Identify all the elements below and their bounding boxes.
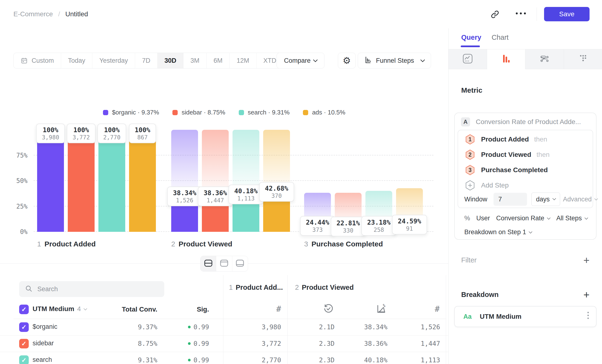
range-button-12m[interactable]: 12M bbox=[230, 53, 257, 68]
step-axis-label-2: 2Product Viewed bbox=[171, 240, 232, 248]
window-value-input[interactable] bbox=[494, 193, 527, 206]
table-step1-header[interactable]: 1Product Add... bbox=[229, 284, 283, 291]
total-conv-column-header[interactable]: Total Conv. bbox=[122, 306, 157, 313]
advanced-toggle[interactable]: Advanced bbox=[563, 196, 597, 203]
breadcrumb-divider: / bbox=[58, 10, 60, 18]
select-all-checkbox[interactable]: ✓ bbox=[19, 305, 29, 314]
more-options-button[interactable] bbox=[516, 12, 526, 14]
measure-metric-select[interactable]: Conversion Rate bbox=[496, 214, 550, 222]
funnel-bar[interactable] bbox=[37, 130, 64, 232]
insights-chart-tab[interactable] bbox=[449, 49, 487, 69]
funnel-bar[interactable] bbox=[304, 222, 331, 232]
metric-section-heading: Metric bbox=[461, 86, 482, 94]
legend-item-ads[interactable]: ads · 10.5% bbox=[303, 109, 345, 116]
chart-legend: $organic · 9.37%sidebar · 8.75%search · … bbox=[0, 109, 448, 116]
compare-button[interactable]: Compare bbox=[277, 53, 324, 68]
tab-chart[interactable]: Chart bbox=[492, 33, 509, 42]
funnel-step-axis-labels: 1Product Added2Product Viewed3Purchase C… bbox=[0, 240, 448, 249]
query-step-2[interactable]: 2Product Viewedthen bbox=[464, 149, 549, 161]
range-button-yesterday[interactable]: Yesterday bbox=[92, 53, 135, 68]
sig-value: 0.99 bbox=[188, 340, 209, 347]
funnel-steps-card: 1Product Addedthen2Product Viewedthen3Pu… bbox=[458, 130, 593, 208]
row-checkbox[interactable]: ✓ bbox=[19, 339, 29, 348]
row-checkbox[interactable]: ✓ bbox=[19, 355, 29, 364]
layout-chart-only-button[interactable] bbox=[216, 256, 232, 271]
range-button-today[interactable]: Today bbox=[61, 53, 92, 68]
step-number-hexagon-icon: 1 bbox=[464, 134, 476, 145]
row-checkbox[interactable]: ✓ bbox=[19, 322, 29, 332]
funnel-bar[interactable] bbox=[233, 191, 259, 232]
breakdown-column-header[interactable]: UTM Medium4 bbox=[32, 305, 87, 313]
table-row[interactable]: ✓$organic9.37%0.993,9802.1D38.34%1,526 bbox=[0, 319, 448, 335]
app-root: E-Commerce / Untitled Save CustomTodayYe… bbox=[0, 0, 602, 364]
funnel-ghost-bar bbox=[366, 191, 392, 223]
sig-value: 0.99 bbox=[188, 323, 209, 331]
table-search bbox=[19, 281, 164, 297]
copy-link-button[interactable] bbox=[490, 10, 500, 20]
step2-conv-value: 38.34% bbox=[364, 323, 387, 331]
step2-count-value: 1,113 bbox=[421, 356, 440, 364]
funnel-chart-tab[interactable] bbox=[487, 49, 526, 69]
breakdown-item-name: UTM Medium bbox=[480, 313, 522, 321]
layout-split-button[interactable] bbox=[200, 256, 216, 271]
range-button-3m[interactable]: 3M bbox=[183, 53, 207, 68]
add-filter-button[interactable]: + bbox=[583, 257, 590, 264]
y-axis-tick-label: 25% bbox=[7, 203, 28, 210]
y-axis-tick-label: 0% bbox=[7, 228, 28, 236]
layout-table-only-button[interactable] bbox=[232, 256, 248, 271]
funnel-bar[interactable] bbox=[396, 221, 423, 232]
breakdown-on-step-select[interactable]: Breakdown on Step 1 bbox=[464, 228, 532, 236]
chart-type-selector[interactable]: Funnel Steps bbox=[358, 53, 431, 68]
funnel-bar[interactable] bbox=[129, 130, 156, 232]
funnel-bar[interactable] bbox=[366, 222, 392, 232]
search-input[interactable] bbox=[37, 285, 153, 293]
funnel-bar[interactable] bbox=[68, 130, 95, 232]
table-row[interactable]: ✓search9.31%0.992,7702.3D40.18%1,113 bbox=[0, 352, 448, 364]
flow-chart-tab[interactable] bbox=[525, 49, 564, 69]
gear-icon: ⚙ bbox=[343, 55, 351, 66]
range-button-30d[interactable]: 30D bbox=[158, 53, 184, 68]
step-connector-label: then bbox=[537, 151, 550, 159]
range-button-custom[interactable]: Custom bbox=[14, 53, 61, 68]
funnel-bar[interactable] bbox=[202, 193, 229, 232]
breadcrumb-project[interactable]: E-Commerce bbox=[13, 10, 53, 18]
funnel-ghost-bar bbox=[233, 130, 259, 191]
retention-chart-tab[interactable] bbox=[564, 49, 602, 69]
funnel-bar[interactable] bbox=[335, 223, 362, 232]
chart-type-tabs bbox=[449, 49, 602, 69]
funnel-bar[interactable] bbox=[171, 193, 198, 232]
sig-column-header[interactable]: Sig. bbox=[197, 306, 209, 313]
add-breakdown-button[interactable]: + bbox=[583, 291, 590, 298]
query-step-3[interactable]: 3Purchase Completed bbox=[464, 164, 548, 176]
breadcrumb-report-title[interactable]: Untitled bbox=[65, 10, 88, 18]
funnel-bar[interactable] bbox=[263, 188, 290, 232]
tab-query[interactable]: Query bbox=[461, 33, 481, 42]
step2-time-value: 2.3D bbox=[319, 340, 334, 347]
window-label: Window bbox=[464, 196, 487, 203]
legend-item-sidebar[interactable]: sidebar · 8.75% bbox=[172, 109, 225, 116]
table-row[interactable]: ✓sidebar8.75%0.993,7722.3D38.36%1,447 bbox=[0, 335, 448, 352]
legend-item-search[interactable]: search · 9.31% bbox=[239, 109, 290, 116]
query-step-1[interactable]: 1Product Addedthen bbox=[464, 134, 547, 145]
funnel-chart: 75%50%25%0%100%3,98038.34%1,52624.44%373… bbox=[0, 122, 448, 232]
save-button[interactable]: Save bbox=[544, 7, 590, 21]
step2-conv-value: 40.18% bbox=[364, 356, 387, 364]
metric-reference-row[interactable]: A Conversion Rate of Product Adde... bbox=[461, 117, 590, 127]
breakdown-item-card[interactable]: Aa UTM Medium bbox=[454, 306, 596, 327]
measure-entity[interactable]: User bbox=[476, 214, 490, 222]
add-step-button[interactable]: Add Step bbox=[464, 180, 509, 191]
significance-dot bbox=[188, 342, 191, 345]
legend-item-organic[interactable]: $organic · 9.37% bbox=[103, 109, 159, 116]
table-step2-header[interactable]: 2Product Viewed bbox=[295, 284, 354, 291]
chart-settings-button[interactable]: ⚙ bbox=[338, 53, 355, 68]
kebab-menu-icon[interactable] bbox=[587, 312, 589, 319]
measure-scope-select[interactable]: All Steps bbox=[556, 214, 588, 222]
line-chart-icon bbox=[462, 53, 473, 65]
legend-swatch bbox=[239, 110, 244, 115]
range-button-7d[interactable]: 7D bbox=[135, 53, 158, 68]
funnel-ghost-bar bbox=[171, 130, 198, 193]
range-button-6m[interactable]: 6M bbox=[207, 53, 230, 68]
window-unit-select[interactable]: days bbox=[531, 193, 560, 206]
row-name: search bbox=[32, 356, 52, 364]
funnel-bar[interactable] bbox=[98, 130, 125, 232]
